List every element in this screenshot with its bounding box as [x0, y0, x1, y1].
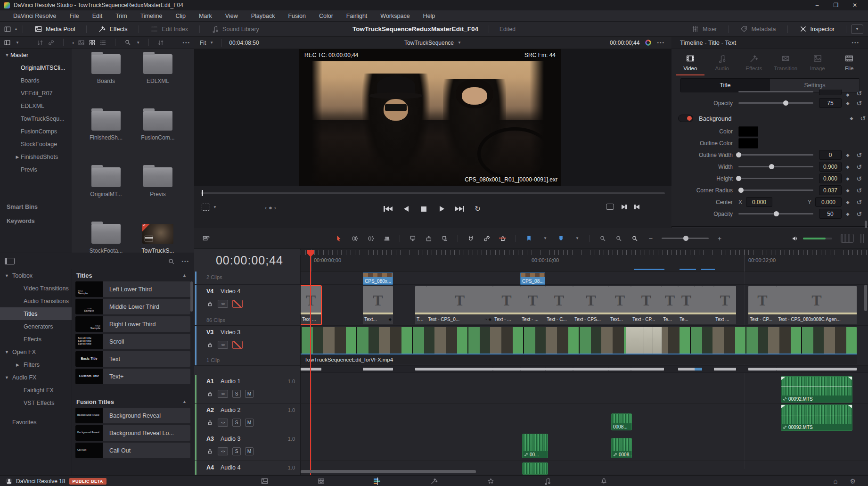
reset-icon[interactable]: ↺ — [854, 163, 864, 171]
track-lock-icon[interactable] — [206, 419, 213, 426]
bin-item-edlxml[interactable]: EDLXML — [0, 99, 72, 112]
title-clip[interactable]: TText - CPS_0...~◆ — [426, 286, 493, 324]
overwrite-clip-button[interactable] — [421, 235, 437, 242]
menu-trim[interactable]: Trim — [109, 13, 134, 19]
add-marker-button[interactable] — [553, 235, 569, 242]
keyframe-icon[interactable]: ◆ — [842, 92, 854, 97]
track-lock-icon[interactable] — [206, 390, 213, 397]
linked-selection-toggle[interactable] — [479, 235, 495, 242]
media-item-boards[interactable]: Boards — [80, 54, 132, 84]
effects-tree-fairlight-fx[interactable]: Fairlight FX — [0, 384, 72, 396]
compound-clip-cps-080x-[interactable]: CPS_080x... — [363, 272, 393, 285]
menu-file[interactable]: File — [63, 13, 85, 19]
panel-toggle-icon[interactable] — [5, 258, 15, 264]
media-item-finishedsh-[interactable]: FinishedSh... — [80, 111, 132, 141]
sidebar-section-smart-bins[interactable]: Smart Bins — [7, 204, 38, 210]
search-icon[interactable] — [168, 258, 175, 265]
media-item-towtrucks-[interactable]: ✓TowTruckS... — [132, 224, 184, 254]
viewer-scrubber[interactable] — [201, 192, 665, 194]
metadata-button[interactable]: Metadata — [733, 25, 782, 33]
opacity-value[interactable]: 75 — [819, 98, 842, 108]
zoom-out-button[interactable]: − — [643, 234, 659, 242]
timeline-vscrollbar[interactable] — [864, 285, 867, 311]
media-item-edlxml[interactable]: EDLXML — [132, 54, 184, 84]
effects-options-icon[interactable]: ••• — [181, 259, 189, 264]
media-item-originalmt-[interactable]: OriginalMT... — [80, 167, 132, 198]
zoom-in-button[interactable]: + — [712, 235, 728, 242]
solo-button[interactable]: S — [232, 419, 241, 427]
go-to-start-button[interactable] — [381, 203, 395, 215]
list-view-icon[interactable] — [99, 39, 106, 46]
page-color[interactable] — [484, 477, 497, 486]
height-slider[interactable] — [738, 178, 813, 179]
title-clip[interactable]: TText - CPS... — [573, 286, 609, 324]
title-clip[interactable] — [702, 286, 714, 324]
height-value[interactable]: 0.000 — [819, 173, 842, 183]
titles-section-header[interactable]: Titles▲ — [72, 269, 194, 281]
title-clip[interactable]: TText... — [609, 286, 631, 324]
zoom-slider[interactable] — [662, 238, 709, 239]
track-lock-icon[interactable] — [206, 448, 213, 455]
menu-workspace[interactable]: Workspace — [374, 13, 416, 19]
resolve-fx-icon[interactable] — [645, 40, 651, 46]
inspector-tab-transition[interactable]: Transition — [770, 49, 801, 75]
effects-tree-toolbox[interactable]: ▼Toolbox — [0, 269, 72, 282]
effects-tree-effects[interactable]: Effects — [0, 333, 72, 346]
track-lock-icon[interactable] — [206, 341, 213, 348]
mute-button[interactable]: M — [245, 390, 254, 398]
marker-color-chevron[interactable]: ▼ — [569, 236, 585, 240]
viewer-options-icon[interactable]: ••• — [657, 40, 665, 45]
mute-button[interactable]: M — [245, 419, 254, 427]
track-header-a3[interactable]: A3Audio 31.0<>SM — [194, 432, 301, 461]
menu-playback[interactable]: Playback — [245, 13, 282, 19]
viewer-scrubber-playhead[interactable] — [202, 190, 203, 196]
solo-button[interactable]: S — [232, 390, 241, 398]
fusion-title-item-background-reveal[interactable]: Background RevealBackground Reveal — [75, 408, 190, 423]
background-toggle[interactable] — [678, 115, 693, 122]
page-edit[interactable] — [371, 477, 384, 486]
insert-clip-button[interactable] — [405, 235, 421, 242]
bin-item-vfedit-r07[interactable]: VFEdit_R07 — [0, 87, 72, 99]
auto-select-icon[interactable]: <> — [218, 419, 228, 427]
audio-clip[interactable] — [522, 462, 548, 475]
reset-icon[interactable]: ↺ — [854, 187, 864, 194]
timeline-audio-mute-icon[interactable] — [787, 235, 803, 242]
timeline-hscrollbar[interactable] — [301, 470, 476, 473]
media-item-stockfoota-[interactable]: StockFoota... — [80, 224, 132, 254]
keyframe-icon[interactable]: ◆ — [842, 101, 854, 106]
inspector-options-icon[interactable]: ••• — [852, 40, 860, 45]
center-x-value[interactable]: 0.000 — [746, 197, 772, 207]
keyframe-icon[interactable]: ◆ — [842, 165, 854, 169]
track-header-v4[interactable]: V4Video 4<>86 Clips — [194, 285, 301, 326]
mute-button[interactable]: M — [245, 447, 254, 455]
sidebar-section-keywords[interactable]: Keywords — [7, 218, 35, 224]
keyframe-icon[interactable]: ◆ — [842, 176, 854, 181]
track-header-v3[interactable]: V3Video 3<>1 Clip — [194, 326, 301, 366]
effects-tree-vst-effects[interactable]: VST Effects — [0, 396, 72, 409]
add-flag-button[interactable] — [521, 235, 537, 242]
bin-item-finishedshots[interactable]: ▶FinishedShots — [0, 150, 72, 163]
bin-item-towtrucksequ-[interactable]: TowTruckSequ... — [0, 112, 72, 125]
keyframe-icon[interactable]: ◆ — [842, 188, 854, 193]
replace-clip-button[interactable] — [437, 235, 453, 242]
keyframe-icon[interactable]: ◆ — [842, 153, 854, 157]
bin-item-stockfootage[interactable]: StockFootage — [0, 138, 72, 150]
menu-fairlight[interactable]: Fairlight — [340, 13, 374, 19]
sort-order-icon[interactable] — [157, 39, 164, 46]
audio-clip-0008-[interactable]: 0008... — [611, 438, 632, 458]
auto-select-icon[interactable]: <> — [218, 341, 228, 349]
audio-clip-0008-[interactable]: 0008... — [611, 413, 632, 430]
keyframe-icon[interactable]: ◆ — [845, 116, 858, 121]
track-disable-icon[interactable] — [232, 300, 243, 308]
search-icon[interactable] — [124, 39, 131, 46]
title-item-text-[interactable]: Custom TitleText+ — [75, 369, 190, 384]
go-to-end-button[interactable] — [453, 203, 467, 215]
fusion-title-item-background-reveal-lo-[interactable]: Background RevealBackground Reveal Lo... — [75, 425, 190, 441]
reset-icon[interactable]: ↺ — [858, 115, 868, 122]
effects-tree-open-fx[interactable]: ▼Open FX — [0, 346, 72, 358]
audio-clip-00092-mts[interactable]: 00092.MTS — [781, 376, 852, 403]
bin-item-boards[interactable]: Boards — [0, 74, 72, 87]
title-clip[interactable]: TText - CP... — [748, 286, 777, 324]
play-button[interactable] — [435, 203, 449, 215]
effects-tree-audio-fx[interactable]: ▼Audio FX — [0, 371, 72, 384]
